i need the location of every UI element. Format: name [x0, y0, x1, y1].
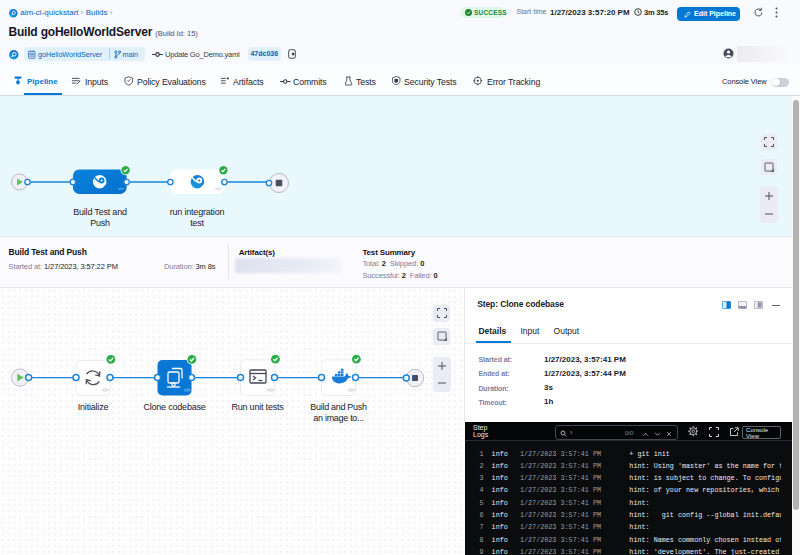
svg-text:</>: </> — [184, 388, 191, 393]
svg-text:</>: </> — [348, 388, 355, 393]
svg-text:</>: </> — [267, 388, 274, 393]
svg-text:</>: </> — [118, 186, 124, 191]
svg-text:</>: </> — [215, 186, 221, 191]
svg-text:</>: </> — [102, 388, 109, 393]
